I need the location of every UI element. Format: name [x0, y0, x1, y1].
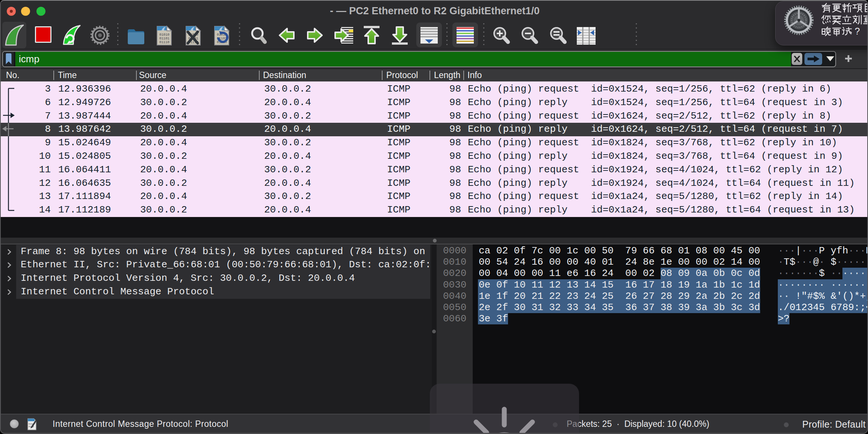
svg-text:01110: 01110	[159, 41, 169, 44]
svg-text:010: 010	[29, 423, 33, 425]
svg-text:01010: 01010	[159, 33, 169, 37]
svg-text:01101: 01101	[159, 37, 169, 41]
